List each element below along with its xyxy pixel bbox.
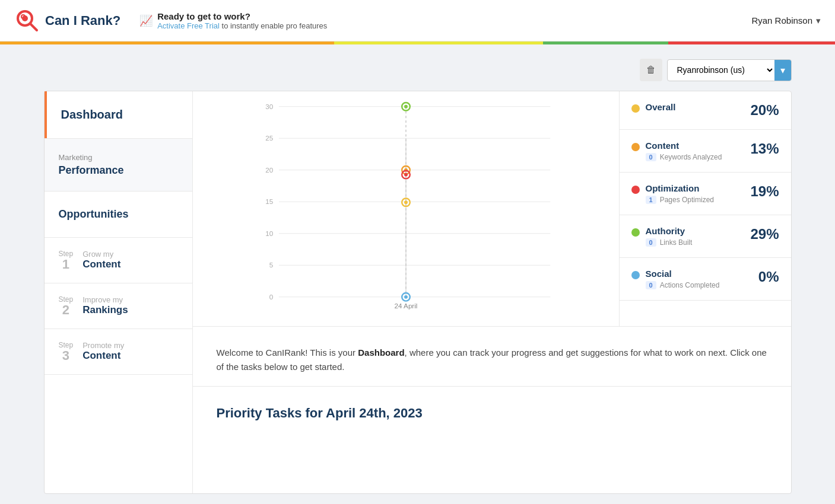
marketing-sub: Performance bbox=[59, 164, 178, 177]
promo-heading: Ready to get to work? bbox=[157, 11, 327, 21]
social-badge: 0 bbox=[646, 281, 656, 289]
marketing-label: Marketing bbox=[59, 153, 178, 162]
overall-dot bbox=[631, 104, 640, 113]
authority-pct: 29% bbox=[750, 226, 779, 243]
svg-text:5: 5 bbox=[269, 261, 272, 269]
overall-pct: 20% bbox=[750, 102, 779, 119]
welcome-text: Welcome to CanIRank! This is your Dashbo… bbox=[217, 346, 767, 374]
sidebar-step-3[interactable]: Step 3 Promote my Content bbox=[45, 329, 192, 375]
step-3-content: Promote my Content bbox=[82, 341, 124, 362]
social-pct: 0% bbox=[758, 269, 779, 285]
nav-promo: 📈 Ready to get to work? Activate Free Tr… bbox=[139, 11, 327, 30]
site-selector[interactable]: Ryanrobinson (us) ▾ bbox=[667, 59, 792, 81]
dashboard-card: Dashboard Marketing Performance Opportun… bbox=[44, 91, 792, 494]
authority-badge: 0 bbox=[646, 238, 656, 247]
chart-metrics: 0 5 10 15 20 25 30 24 April bbox=[193, 91, 791, 327]
content-pct: 13% bbox=[750, 141, 779, 157]
promo-subtext: Activate Free Trial to instantly enable … bbox=[157, 21, 327, 30]
main-content: 0 5 10 15 20 25 30 24 April bbox=[193, 91, 791, 493]
optimization-sub: 1 Pages Optimized bbox=[646, 196, 745, 204]
user-name: Ryan Robinson bbox=[751, 15, 812, 25]
svg-text:25: 25 bbox=[265, 134, 273, 142]
svg-text:30: 30 bbox=[265, 103, 273, 110]
optimization-dot bbox=[631, 186, 640, 194]
welcome-section: Welcome to CanIRank! This is your Dashbo… bbox=[193, 327, 791, 387]
authority-dot bbox=[631, 228, 640, 237]
chart-icon: 📈 bbox=[139, 14, 153, 27]
sidebar-step-2[interactable]: Step 2 Improve my Rankings bbox=[45, 283, 192, 329]
user-dropdown[interactable]: Ryan Robinson ▾ bbox=[751, 15, 821, 26]
dashboard-label: Dashboard bbox=[61, 108, 178, 122]
chevron-down-icon: ▾ bbox=[816, 15, 821, 26]
svg-text:0: 0 bbox=[269, 293, 273, 301]
optimization-sub-label: Pages Optimized bbox=[660, 196, 714, 204]
optimization-pct: 19% bbox=[750, 183, 779, 200]
svg-text:10: 10 bbox=[265, 229, 273, 237]
authority-sub: 0 Links Built bbox=[646, 238, 745, 247]
step-2-number: Step 2 bbox=[59, 295, 74, 317]
svg-line-2 bbox=[30, 24, 37, 30]
activate-link[interactable]: Activate Free Trial bbox=[157, 21, 220, 30]
social-info: Social 0 Actions Completed bbox=[646, 269, 753, 289]
metric-social: Social 0 Actions Completed 0% bbox=[620, 258, 791, 301]
svg-text:15: 15 bbox=[265, 197, 273, 205]
sidebar-marketing-item[interactable]: Marketing Performance bbox=[45, 138, 192, 192]
svg-text:24 April: 24 April bbox=[394, 302, 417, 310]
metrics-panel: Overall 20% Content 0 Keywords Analyzed bbox=[619, 91, 791, 326]
optimization-info: Optimization 1 Pages Optimized bbox=[646, 183, 745, 204]
promo-text: Ready to get to work? Activate Free Tria… bbox=[157, 11, 327, 30]
social-sub-label: Actions Completed bbox=[660, 281, 720, 289]
content-info: Content 0 Keywords Analyzed bbox=[646, 141, 745, 161]
content-sub-label: Keywords Analyzed bbox=[660, 153, 722, 161]
optimization-badge: 1 bbox=[646, 196, 656, 204]
logo-icon bbox=[14, 8, 40, 34]
delete-button[interactable]: 🗑 bbox=[640, 59, 662, 81]
step-1-content: Grow my Content bbox=[82, 250, 120, 270]
social-dot bbox=[631, 271, 640, 279]
content-badge: 0 bbox=[646, 153, 656, 161]
chart-svg: 0 5 10 15 20 25 30 24 April bbox=[202, 101, 609, 314]
content-sub: 0 Keywords Analyzed bbox=[646, 153, 745, 161]
overall-info: Overall bbox=[646, 102, 745, 112]
chart-area: 0 5 10 15 20 25 30 24 April bbox=[193, 91, 619, 326]
sidebar: Dashboard Marketing Performance Opportun… bbox=[45, 91, 193, 493]
metric-overall: Overall 20% bbox=[620, 91, 791, 130]
svg-point-28 bbox=[404, 200, 408, 204]
select-arrow-icon[interactable]: ▾ bbox=[774, 60, 791, 81]
main-area: 🗑 Ryanrobinson (us) ▾ Dashboard Marketin… bbox=[32, 44, 804, 504]
metric-optimization: Optimization 1 Pages Optimized 19% bbox=[620, 173, 791, 215]
authority-info: Authority 0 Links Built bbox=[646, 226, 745, 247]
priority-heading: Priority Tasks for April 24th, 2023 bbox=[217, 406, 767, 421]
nav-right: Ryan Robinson ▾ bbox=[751, 15, 821, 26]
authority-sub-label: Links Built bbox=[660, 238, 693, 247]
sidebar-dashboard-item[interactable]: Dashboard bbox=[45, 91, 192, 138]
site-select-input[interactable]: Ryanrobinson (us) bbox=[668, 60, 774, 80]
step-3-number: Step 3 bbox=[59, 341, 74, 362]
step-1-number: Step 1 bbox=[59, 250, 74, 271]
controls-bar: 🗑 Ryanrobinson (us) ▾ bbox=[44, 59, 792, 81]
metric-authority: Authority 0 Links Built 29% bbox=[620, 215, 791, 258]
priority-section: Priority Tasks for April 24th, 2023 bbox=[193, 387, 791, 452]
logo-area: Can I Rank? bbox=[14, 8, 120, 34]
opportunities-label: Opportunities bbox=[59, 208, 178, 221]
svg-point-22 bbox=[404, 105, 408, 109]
logo-text: Can I Rank? bbox=[45, 13, 120, 28]
top-nav: Can I Rank? 📈 Ready to get to work? Acti… bbox=[0, 0, 835, 42]
step-2-content: Improve my Rankings bbox=[82, 295, 128, 316]
sidebar-opportunities-item[interactable]: Opportunities bbox=[45, 192, 192, 238]
content-dot bbox=[631, 143, 640, 151]
sidebar-step-1[interactable]: Step 1 Grow my Content bbox=[45, 238, 192, 283]
svg-point-26 bbox=[404, 173, 408, 177]
social-sub: 0 Actions Completed bbox=[646, 281, 753, 289]
metric-content: Content 0 Keywords Analyzed 13% bbox=[620, 130, 791, 173]
svg-text:20: 20 bbox=[265, 166, 273, 174]
svg-point-30 bbox=[404, 295, 408, 299]
